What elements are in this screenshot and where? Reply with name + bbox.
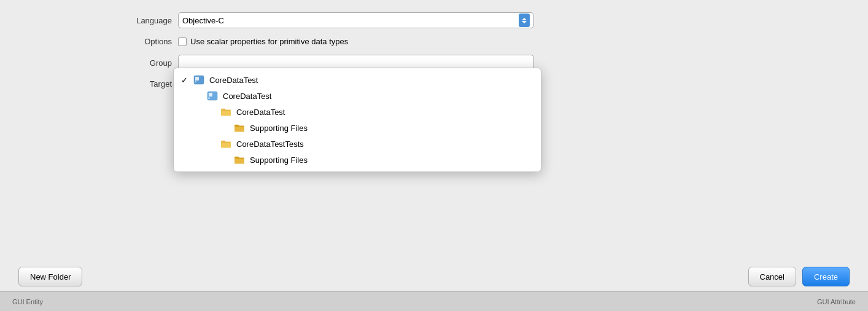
folder-icon bbox=[220, 139, 233, 149]
dropdown-item-label: Supporting Files bbox=[250, 124, 308, 133]
language-arrow bbox=[519, 14, 530, 27]
dropdown-item-supporting-files-2[interactable]: Supporting Files bbox=[174, 152, 541, 168]
options-row: Options Use scalar properties for primit… bbox=[123, 37, 807, 46]
dropdown-item-label: CoreDataTest bbox=[223, 92, 271, 101]
language-select[interactable]: Objective-C bbox=[178, 12, 534, 28]
create-button[interactable]: Create bbox=[802, 267, 850, 286]
dropdown-item-label: CoreDataTest bbox=[236, 108, 285, 117]
dropdown-item-label: CoreDataTestTests bbox=[236, 140, 304, 149]
checkmark-icon: ✓ bbox=[181, 76, 193, 85]
status-left: GUI Entity bbox=[12, 298, 43, 305]
dropdown-item-label: CoreDataTest bbox=[209, 76, 258, 85]
folder-icon: A bbox=[207, 91, 219, 101]
language-label: Language bbox=[123, 16, 172, 25]
dropdown-item-label: Supporting Files bbox=[250, 156, 308, 165]
status-bar: GUI Entity GUI Attribute bbox=[0, 291, 868, 311]
svg-text:A: A bbox=[208, 96, 210, 100]
dropdown-item-coredatatest-root[interactable]: ✓ A CoreDataTest bbox=[174, 72, 541, 88]
dropdown-item-supporting-files-1[interactable]: Supporting Files bbox=[174, 120, 541, 136]
language-row: Language Objective-C bbox=[123, 12, 807, 28]
dropdown-item-coredatatests-folder[interactable]: CoreDataTestTests bbox=[174, 136, 541, 152]
action-buttons: Cancel Create bbox=[748, 267, 850, 286]
language-value: Objective-C bbox=[182, 16, 224, 25]
options-label: Options bbox=[123, 37, 172, 46]
options-text: Use scalar properties for primitive data… bbox=[190, 37, 348, 46]
group-dropdown-popup: ✓ A CoreDataTest A CoreDataTest CoreData… bbox=[173, 68, 541, 172]
new-folder-button[interactable]: New Folder bbox=[18, 267, 82, 286]
group-label: Group bbox=[123, 58, 172, 68]
folder-icon bbox=[234, 123, 246, 133]
svg-text:A: A bbox=[195, 80, 196, 84]
scalar-properties-checkbox[interactable] bbox=[178, 37, 187, 46]
folder-icon bbox=[234, 155, 246, 165]
arrow-down-icon bbox=[522, 21, 527, 23]
arrow-up-icon bbox=[522, 18, 527, 20]
status-right: GUI Attribute bbox=[817, 298, 856, 305]
bottom-bar: New Folder Cancel Create bbox=[0, 267, 868, 286]
cancel-button[interactable]: Cancel bbox=[748, 267, 796, 286]
dropdown-item-coredatatest-app[interactable]: A CoreDataTest bbox=[174, 88, 541, 104]
folder-icon: A bbox=[193, 75, 206, 85]
target-label: Target bbox=[123, 79, 172, 89]
folder-icon bbox=[220, 107, 233, 117]
dropdown-item-coredatatest-folder[interactable]: CoreDataTest bbox=[174, 104, 541, 120]
